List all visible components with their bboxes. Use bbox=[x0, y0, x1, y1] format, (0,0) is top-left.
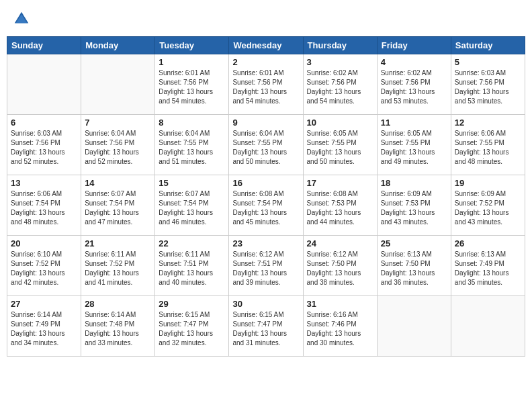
calendar-week-row: 6Sunrise: 6:03 AMSunset: 7:56 PMDaylight… bbox=[7, 115, 525, 175]
calendar-cell: 20Sunrise: 6:10 AMSunset: 7:52 PMDayligh… bbox=[7, 236, 81, 296]
calendar-cell: 12Sunrise: 6:06 AMSunset: 7:55 PMDayligh… bbox=[451, 115, 525, 175]
calendar-cell: 25Sunrise: 6:13 AMSunset: 7:50 PMDayligh… bbox=[377, 236, 451, 296]
day-info: Sunrise: 6:08 AMSunset: 7:54 PMDaylight:… bbox=[232, 189, 299, 227]
day-number: 26 bbox=[455, 238, 521, 248]
day-info: Sunrise: 6:01 AMSunset: 7:56 PMDaylight:… bbox=[159, 68, 225, 106]
weekday-header: Monday bbox=[81, 37, 155, 54]
calendar-cell: 15Sunrise: 6:07 AMSunset: 7:54 PMDayligh… bbox=[155, 175, 229, 236]
day-number: 23 bbox=[232, 238, 299, 248]
day-number: 2 bbox=[232, 57, 299, 67]
day-number: 3 bbox=[307, 57, 373, 67]
calendar-cell: 11Sunrise: 6:05 AMSunset: 7:55 PMDayligh… bbox=[377, 115, 451, 175]
day-info: Sunrise: 6:13 AMSunset: 7:49 PMDaylight:… bbox=[455, 250, 521, 287]
day-number: 10 bbox=[307, 118, 373, 128]
day-info: Sunrise: 6:11 AMSunset: 7:52 PMDaylight:… bbox=[85, 250, 151, 287]
calendar-cell: 29Sunrise: 6:15 AMSunset: 7:47 PMDayligh… bbox=[155, 296, 229, 357]
day-number: 11 bbox=[381, 118, 447, 128]
day-number: 5 bbox=[455, 57, 521, 67]
day-number: 14 bbox=[85, 178, 151, 188]
page-header bbox=[7, 7, 525, 31]
day-info: Sunrise: 6:09 AMSunset: 7:52 PMDaylight:… bbox=[455, 189, 521, 227]
calendar-cell: 17Sunrise: 6:08 AMSunset: 7:53 PMDayligh… bbox=[303, 175, 377, 236]
weekday-header: Tuesday bbox=[155, 37, 229, 54]
calendar-cell bbox=[451, 296, 525, 357]
day-number: 31 bbox=[307, 299, 373, 309]
day-number: 22 bbox=[159, 238, 225, 248]
day-number: 29 bbox=[159, 299, 225, 309]
calendar-cell: 8Sunrise: 6:04 AMSunset: 7:55 PMDaylight… bbox=[155, 115, 229, 175]
calendar-header-row: SundayMondayTuesdayWednesdayThursdayFrid… bbox=[7, 37, 525, 54]
calendar-cell: 23Sunrise: 6:12 AMSunset: 7:51 PMDayligh… bbox=[229, 236, 303, 296]
day-info: Sunrise: 6:06 AMSunset: 7:54 PMDaylight:… bbox=[11, 189, 77, 227]
calendar-cell bbox=[377, 296, 451, 357]
day-info: Sunrise: 6:11 AMSunset: 7:51 PMDaylight:… bbox=[159, 250, 225, 287]
day-info: Sunrise: 6:15 AMSunset: 7:47 PMDaylight:… bbox=[232, 310, 299, 348]
calendar-week-row: 13Sunrise: 6:06 AMSunset: 7:54 PMDayligh… bbox=[7, 175, 525, 236]
day-info: Sunrise: 6:04 AMSunset: 7:55 PMDaylight:… bbox=[232, 129, 299, 167]
day-number: 7 bbox=[85, 118, 151, 128]
day-info: Sunrise: 6:13 AMSunset: 7:50 PMDaylight:… bbox=[381, 250, 447, 287]
day-info: Sunrise: 6:16 AMSunset: 7:46 PMDaylight:… bbox=[307, 310, 373, 348]
calendar-cell: 28Sunrise: 6:14 AMSunset: 7:48 PMDayligh… bbox=[81, 296, 155, 357]
calendar-cell: 7Sunrise: 6:04 AMSunset: 7:56 PMDaylight… bbox=[81, 115, 155, 175]
day-info: Sunrise: 6:01 AMSunset: 7:56 PMDaylight:… bbox=[232, 68, 299, 106]
day-number: 18 bbox=[381, 178, 447, 188]
day-number: 20 bbox=[11, 238, 77, 248]
day-number: 25 bbox=[381, 238, 447, 248]
day-info: Sunrise: 6:14 AMSunset: 7:49 PMDaylight:… bbox=[11, 310, 77, 348]
weekday-header: Sunday bbox=[7, 37, 81, 54]
calendar-cell: 13Sunrise: 6:06 AMSunset: 7:54 PMDayligh… bbox=[7, 175, 81, 236]
day-number: 27 bbox=[11, 299, 77, 309]
calendar-table: SundayMondayTuesdayWednesdayThursdayFrid… bbox=[7, 36, 525, 357]
calendar-cell: 18Sunrise: 6:09 AMSunset: 7:53 PMDayligh… bbox=[377, 175, 451, 236]
day-number: 21 bbox=[85, 238, 151, 248]
calendar-week-row: 20Sunrise: 6:10 AMSunset: 7:52 PMDayligh… bbox=[7, 236, 525, 296]
day-info: Sunrise: 6:02 AMSunset: 7:56 PMDaylight:… bbox=[381, 68, 447, 106]
day-info: Sunrise: 6:05 AMSunset: 7:55 PMDaylight:… bbox=[307, 129, 373, 167]
day-info: Sunrise: 6:08 AMSunset: 7:53 PMDaylight:… bbox=[307, 189, 373, 227]
day-info: Sunrise: 6:12 AMSunset: 7:51 PMDaylight:… bbox=[232, 250, 299, 287]
day-number: 16 bbox=[232, 178, 299, 188]
calendar-cell: 31Sunrise: 6:16 AMSunset: 7:46 PMDayligh… bbox=[303, 296, 377, 357]
day-number: 13 bbox=[11, 178, 77, 188]
day-number: 19 bbox=[455, 178, 521, 188]
day-info: Sunrise: 6:06 AMSunset: 7:55 PMDaylight:… bbox=[455, 129, 521, 167]
day-info: Sunrise: 6:03 AMSunset: 7:56 PMDaylight:… bbox=[11, 129, 77, 167]
day-info: Sunrise: 6:02 AMSunset: 7:56 PMDaylight:… bbox=[307, 68, 373, 106]
calendar-cell: 19Sunrise: 6:09 AMSunset: 7:52 PMDayligh… bbox=[451, 175, 525, 236]
logo-icon bbox=[12, 9, 31, 28]
day-number: 15 bbox=[159, 178, 225, 188]
calendar-cell: 22Sunrise: 6:11 AMSunset: 7:51 PMDayligh… bbox=[155, 236, 229, 296]
day-number: 28 bbox=[85, 299, 151, 309]
calendar-cell: 14Sunrise: 6:07 AMSunset: 7:54 PMDayligh… bbox=[81, 175, 155, 236]
calendar-cell: 5Sunrise: 6:03 AMSunset: 7:56 PMDaylight… bbox=[451, 54, 525, 115]
calendar-cell: 10Sunrise: 6:05 AMSunset: 7:55 PMDayligh… bbox=[303, 115, 377, 175]
calendar-cell: 26Sunrise: 6:13 AMSunset: 7:49 PMDayligh… bbox=[451, 236, 525, 296]
calendar-cell: 16Sunrise: 6:08 AMSunset: 7:54 PMDayligh… bbox=[229, 175, 303, 236]
day-info: Sunrise: 6:14 AMSunset: 7:48 PMDaylight:… bbox=[85, 310, 151, 348]
day-info: Sunrise: 6:09 AMSunset: 7:53 PMDaylight:… bbox=[381, 189, 447, 227]
day-info: Sunrise: 6:15 AMSunset: 7:47 PMDaylight:… bbox=[159, 310, 225, 348]
day-info: Sunrise: 6:03 AMSunset: 7:56 PMDaylight:… bbox=[455, 68, 521, 106]
day-info: Sunrise: 6:12 AMSunset: 7:50 PMDaylight:… bbox=[307, 250, 373, 287]
day-number: 1 bbox=[159, 57, 225, 67]
calendar-cell bbox=[81, 54, 155, 115]
day-info: Sunrise: 6:04 AMSunset: 7:56 PMDaylight:… bbox=[85, 129, 151, 167]
calendar-week-row: 1Sunrise: 6:01 AMSunset: 7:56 PMDaylight… bbox=[7, 54, 525, 115]
weekday-header: Thursday bbox=[303, 37, 377, 54]
day-info: Sunrise: 6:10 AMSunset: 7:52 PMDaylight:… bbox=[11, 250, 77, 287]
calendar-cell: 21Sunrise: 6:11 AMSunset: 7:52 PMDayligh… bbox=[81, 236, 155, 296]
calendar-cell: 30Sunrise: 6:15 AMSunset: 7:47 PMDayligh… bbox=[229, 296, 303, 357]
calendar-cell: 1Sunrise: 6:01 AMSunset: 7:56 PMDaylight… bbox=[155, 54, 229, 115]
day-info: Sunrise: 6:07 AMSunset: 7:54 PMDaylight:… bbox=[85, 189, 151, 227]
calendar-cell: 9Sunrise: 6:04 AMSunset: 7:55 PMDaylight… bbox=[229, 115, 303, 175]
day-info: Sunrise: 6:07 AMSunset: 7:54 PMDaylight:… bbox=[159, 189, 225, 227]
day-number: 17 bbox=[307, 178, 373, 188]
day-number: 24 bbox=[307, 238, 373, 248]
calendar-cell: 4Sunrise: 6:02 AMSunset: 7:56 PMDaylight… bbox=[377, 54, 451, 115]
calendar-cell: 24Sunrise: 6:12 AMSunset: 7:50 PMDayligh… bbox=[303, 236, 377, 296]
weekday-header: Friday bbox=[377, 37, 451, 54]
day-number: 6 bbox=[11, 118, 77, 128]
calendar-cell bbox=[7, 54, 81, 115]
weekday-header: Wednesday bbox=[229, 37, 303, 54]
